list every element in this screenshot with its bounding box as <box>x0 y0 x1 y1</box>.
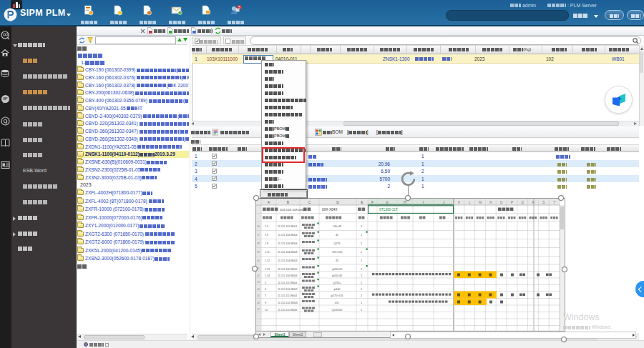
svg-text:1: 1 <box>361 288 362 291</box>
svg-text:1.11: 1.11 <box>265 251 270 254</box>
svg-text:1: 1 <box>361 309 362 312</box>
svg-text:11.110.111.W006: 11.110.111.W006 <box>278 309 297 312</box>
svg-text:9: 9 <box>265 302 266 304</box>
svg-text:2: 2 <box>361 251 362 254</box>
svg-text:O: O <box>500 201 503 204</box>
svg-text:11.111.104.W004: 11.111.104.W004 <box>278 251 298 254</box>
svg-text:1.8: 1.8 <box>265 242 268 245</box>
svg-text:45: 45 <box>257 294 260 297</box>
svg-text:6: 6 <box>265 288 266 291</box>
svg-text:K: K <box>458 201 460 204</box>
svg-text:6T1300-11T: 6T1300-11T <box>379 208 398 212</box>
svg-text:11.111.104.W004: 11.111.104.W004 <box>278 259 298 262</box>
svg-text:2: 2 <box>361 274 362 277</box>
svg-text:Q235/45: Q235/45 <box>332 309 343 312</box>
svg-text:φ240.00: φ240.00 <box>332 268 342 271</box>
svg-text:1.9: 1.9 <box>265 234 268 237</box>
svg-text:11.111.111.W004: 11.111.111.W004 <box>278 282 297 284</box>
svg-text:7: 7 <box>265 294 266 297</box>
svg-text:11.111.100.W006: 11.111.100.W006 <box>278 274 298 277</box>
svg-text:φ340: φ340 <box>334 288 341 291</box>
svg-text:10X.10X.10X.0041: 10X.10X.10X.0041 <box>280 208 306 212</box>
svg-text:1.13: 1.13 <box>265 268 270 271</box>
svg-text:45: 45 <box>336 234 338 237</box>
svg-text:S: S <box>542 201 545 204</box>
svg-text:5: 5 <box>265 282 266 284</box>
svg-text:39: 39 <box>257 251 260 254</box>
svg-text:#30×45: #30×45 <box>333 225 342 228</box>
svg-text:F: F <box>371 200 374 204</box>
svg-text:0XX-X04X: 0XX-X04X <box>322 208 337 212</box>
svg-text:2: 2 <box>361 294 362 297</box>
svg-text:1.14: 1.14 <box>265 274 270 277</box>
svg-text:11.111.101.W001: 11.111.101.W001 <box>278 225 298 228</box>
svg-text:I: I <box>423 200 424 204</box>
svg-text:47: 47 <box>257 308 260 311</box>
svg-text:D: D <box>336 200 339 204</box>
svg-text:1.12: 1.12 <box>265 259 270 262</box>
svg-text:Q235+: Q235+ <box>333 282 341 284</box>
svg-text:G: G <box>386 200 389 204</box>
svg-text:1.9: 1.9 <box>265 225 268 228</box>
svg-text:38: 38 <box>257 242 260 245</box>
svg-text:11.111.104.W004: 11.111.104.W004 <box>278 234 298 237</box>
svg-text:1: 1 <box>361 282 362 284</box>
svg-text:C: C <box>308 200 311 204</box>
svg-text:Q235: Q235 <box>333 242 340 245</box>
svg-text:45#: 45# <box>335 302 340 304</box>
svg-text:φ275×135: φ275×135 <box>331 294 343 297</box>
svg-text:11.111.106.W006: 11.111.106.W006 <box>278 242 298 245</box>
svg-text:2: 2 <box>361 225 362 228</box>
svg-text:11.111.100.W005: 11.111.100.W005 <box>278 268 298 271</box>
svg-text:T: T <box>553 201 555 204</box>
svg-text:1: 1 <box>361 302 362 304</box>
svg-text:46: 46 <box>257 302 260 304</box>
svg-text:φ240.40: φ240.40 <box>332 274 342 277</box>
svg-text:11.110.101.W001: 11.110.101.W001 <box>278 288 298 291</box>
svg-text:37: 37 <box>257 234 260 237</box>
svg-text:12: 12 <box>265 309 268 312</box>
svg-text:45: 45 <box>336 259 338 262</box>
svg-text:44: 44 <box>257 288 260 291</box>
svg-text:#45×110: #45×110 <box>332 251 343 254</box>
svg-text:1: 1 <box>361 259 362 262</box>
svg-text:N: N <box>489 201 492 204</box>
svg-text:1: 1 <box>361 242 362 245</box>
svg-text:Q: Q <box>521 201 524 204</box>
svg-text:11.111.111.W004: 11.111.111.W004 <box>278 294 297 297</box>
svg-text:11.110.102.W004: 11.110.102.W004 <box>278 302 298 304</box>
svg-text:36: 36 <box>257 225 260 228</box>
svg-text:1: 1 <box>361 234 362 237</box>
svg-text:43: 43 <box>257 281 260 284</box>
svg-text:M: M <box>479 201 482 204</box>
svg-text:42: 42 <box>257 274 260 277</box>
svg-text:1: 1 <box>361 268 362 271</box>
svg-text:40: 40 <box>257 259 260 262</box>
svg-text:P: P <box>511 201 513 204</box>
